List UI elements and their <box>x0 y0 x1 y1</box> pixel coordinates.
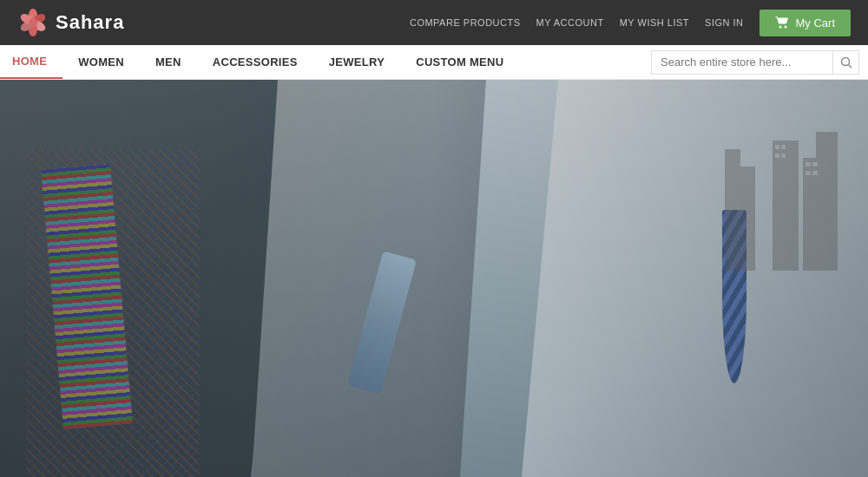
nav-item-women[interactable]: WOMEN <box>62 45 140 79</box>
nav-item-home[interactable]: HOME <box>0 45 62 79</box>
hero-section <box>0 80 868 477</box>
search-button[interactable] <box>833 50 859 75</box>
cart-label: My Cart <box>796 16 836 29</box>
cart-icon <box>775 16 789 29</box>
sign-in-link[interactable]: SIGN IN <box>705 17 743 28</box>
nav-item-jewelry[interactable]: JEWELRY <box>313 45 400 79</box>
nav-item-custom-menu[interactable]: CUSTOM MENU <box>400 45 519 79</box>
svg-line-10 <box>848 64 852 68</box>
hero-overlay <box>0 80 868 477</box>
search-input[interactable] <box>651 50 833 75</box>
my-account-link[interactable]: MY ACCOUNT <box>536 17 604 28</box>
svg-point-7 <box>779 26 781 29</box>
main-nav-items: HOME WOMEN MEN ACCESSORIES JEWELRY CUSTO… <box>0 45 651 79</box>
svg-point-8 <box>784 26 786 29</box>
logo-text: Sahara <box>56 11 124 34</box>
nav-item-accessories[interactable]: ACCESSORIES <box>197 45 313 79</box>
logo-icon <box>17 7 49 38</box>
search-icon <box>840 56 852 69</box>
nav-item-men[interactable]: MEN <box>140 45 197 79</box>
main-nav: HOME WOMEN MEN ACCESSORIES JEWELRY CUSTO… <box>0 45 868 80</box>
top-nav: COMPARE PRODUCTS MY ACCOUNT MY WISH LIST… <box>410 10 851 36</box>
svg-point-9 <box>841 57 849 65</box>
my-wish-list-link[interactable]: MY WISH LIST <box>620 17 689 28</box>
logo-area: Sahara <box>17 7 124 38</box>
svg-point-6 <box>29 18 37 27</box>
cart-button[interactable]: My Cart <box>760 10 852 36</box>
search-area <box>651 45 868 79</box>
compare-products-link[interactable]: COMPARE PRODUCTS <box>410 17 521 28</box>
top-bar: Sahara COMPARE PRODUCTS MY ACCOUNT MY WI… <box>0 0 868 45</box>
